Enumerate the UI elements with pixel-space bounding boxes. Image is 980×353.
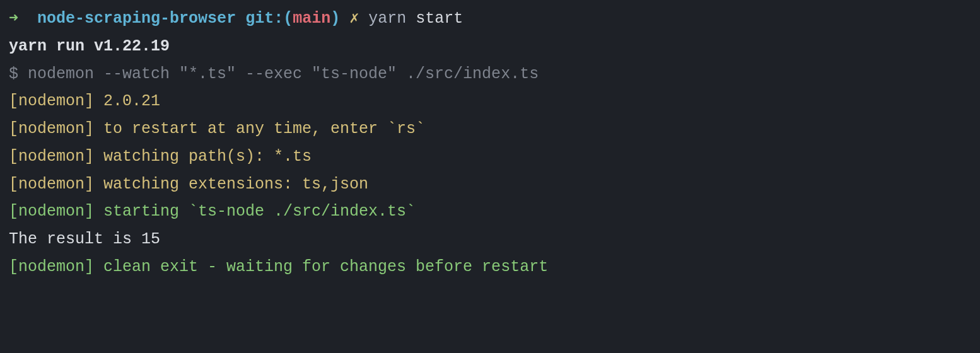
prompt-dirty-icon: ✗: [349, 9, 359, 28]
nodemon-paths-line: [nodemon] watching path(s): *.ts: [9, 143, 971, 171]
nodemon-version-line: [nodemon] 2.0.21: [9, 88, 971, 115]
program-output-line: The result is 15: [9, 226, 971, 253]
yarn-run-line: yarn run v1.22.19: [9, 33, 971, 61]
prompt-git-branch: main: [293, 9, 330, 28]
nodemon-ext-line: [nodemon] watching extensions: ts,json: [9, 171, 971, 199]
prompt-git-paren-close: ): [330, 9, 340, 28]
prompt-dirname: node-scraping-browser: [37, 9, 236, 28]
prompt-arrow-icon: ➜: [9, 9, 18, 28]
shell-command-line: $ nodemon --watch "*.ts" --exec "ts-node…: [9, 61, 971, 88]
nodemon-starting-line: [nodemon] starting `ts-node ./src/index.…: [9, 198, 971, 226]
command-args: start: [416, 9, 463, 28]
prompt-git-paren-open: (: [283, 9, 293, 28]
prompt-git-label: git:: [245, 9, 283, 28]
prompt-line[interactable]: ➜ node-scraping-browser git:(main) ✗ yar…: [9, 5, 971, 33]
nodemon-restart-line: [nodemon] to restart at any time, enter …: [9, 115, 971, 143]
nodemon-exit-line: [nodemon] clean exit - waiting for chang…: [9, 253, 971, 281]
command-yarn: yarn: [368, 9, 406, 28]
